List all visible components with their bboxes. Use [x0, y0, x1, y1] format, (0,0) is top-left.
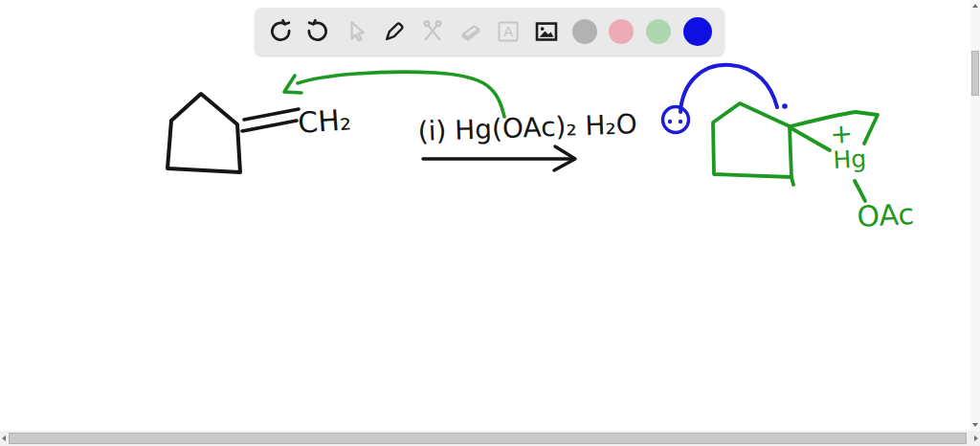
- horizontal-scrollbar[interactable]: [0, 431, 980, 446]
- scroll-right-icon[interactable]: [974, 435, 978, 441]
- scroll-down-icon[interactable]: [972, 423, 978, 427]
- shape-tools-button[interactable]: [419, 19, 445, 45]
- hg-oac-bond: [855, 181, 865, 201]
- color-swatch-blue-selected[interactable]: [683, 17, 712, 46]
- vertical-scrollbar[interactable]: [970, 0, 980, 431]
- color-swatch-pink[interactable]: [609, 19, 634, 44]
- text-tool-button[interactable]: A: [496, 19, 522, 45]
- reactant-structure: [167, 94, 299, 172]
- text-tool-glyph: A: [504, 24, 514, 39]
- eraser-icon: [458, 19, 483, 44]
- text-tool-icon: A: [496, 19, 521, 44]
- scroll-up-icon[interactable]: [972, 4, 978, 8]
- color-swatch-green[interactable]: [646, 19, 671, 44]
- product-ring: [713, 103, 793, 185]
- redo-button[interactable]: [305, 19, 331, 45]
- cursor-icon: [344, 19, 368, 44]
- insert-image-button[interactable]: [534, 19, 560, 45]
- crossed-tools-icon: [420, 19, 445, 44]
- green-color-circle: [646, 19, 671, 44]
- select-cursor-button[interactable]: [344, 19, 369, 45]
- reagent-text: (i) Hg(OAc)₂ H₂O: [417, 108, 637, 147]
- drawing-toolbar: A: [255, 8, 724, 56]
- reactant-label: CH₂: [297, 102, 352, 140]
- pen-button[interactable]: [381, 19, 407, 45]
- double-bond: [242, 109, 299, 131]
- image-icon: [534, 19, 559, 44]
- undo-icon: [268, 19, 293, 44]
- lone-pair-circle: [663, 107, 689, 133]
- oac-label: OAc: [857, 197, 915, 234]
- blue-color-circle: [683, 17, 712, 46]
- color-swatch-gray[interactable]: [572, 19, 597, 44]
- reaction-arrow: [423, 146, 575, 170]
- gray-color-circle: [572, 19, 597, 44]
- blue-arrow-end-dot: [782, 103, 788, 109]
- hg-label: Hg: [833, 145, 867, 174]
- pen-icon: [382, 19, 407, 44]
- cyclopentane-ring: [167, 94, 240, 172]
- undo-button[interactable]: [267, 19, 293, 45]
- whiteboard-canvas[interactable]: CH₂ (i) Hg(OAc)₂ H₂O + Hg OAc: [0, 0, 980, 446]
- pink-color-circle: [609, 19, 634, 44]
- eraser-button[interactable]: [457, 19, 483, 45]
- redo-icon: [305, 19, 330, 44]
- horizontal-scrollbar-thumb[interactable]: [9, 433, 967, 444]
- scroll-left-icon[interactable]: [2, 435, 6, 441]
- vertical-scrollbar-thumb[interactable]: [971, 51, 979, 96]
